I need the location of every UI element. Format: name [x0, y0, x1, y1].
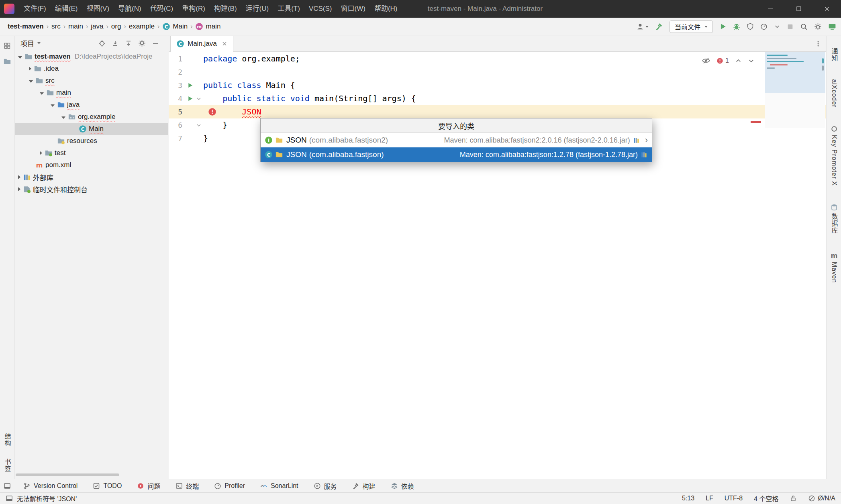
- stripe-right-item-1[interactable]: aiXcoder: [831, 79, 838, 108]
- chevron-down-icon[interactable]: [18, 56, 22, 59]
- toolwindow-button-2[interactable]: 问题: [137, 481, 160, 491]
- chevron-right-icon[interactable]: [18, 175, 20, 179]
- close-icon[interactable]: [222, 41, 227, 47]
- breadcrumb-item-1[interactable]: src: [49, 22, 63, 31]
- toolwindow-button-6[interactable]: 服务: [314, 481, 337, 491]
- window-icon[interactable]: [6, 495, 13, 502]
- minimap[interactable]: [765, 52, 825, 128]
- run-gutter-icon[interactable]: [187, 96, 193, 102]
- stripe-right-item-0[interactable]: 通知: [829, 48, 839, 61]
- menu-item-8[interactable]: 工具(T): [273, 0, 304, 18]
- menu-item-0[interactable]: 文件(F): [19, 0, 51, 18]
- chevron-right-icon[interactable]: [40, 151, 42, 155]
- stripe-left-item-1[interactable]: 书签: [2, 459, 12, 472]
- settings-button[interactable]: [814, 23, 822, 31]
- project-view-selector[interactable]: 项目: [20, 38, 41, 48]
- debug-button[interactable]: [733, 23, 740, 30]
- code-line-5[interactable]: 5 JSON: [169, 105, 826, 118]
- tree-item-6[interactable]: CMain: [15, 123, 168, 135]
- build-button[interactable]: [655, 22, 663, 31]
- expand-all-button[interactable]: [125, 40, 132, 47]
- code-line-2[interactable]: 2: [169, 65, 826, 79]
- chevron-down-icon[interactable]: [51, 104, 55, 107]
- run-config-combo[interactable]: 当前文件: [670, 20, 713, 33]
- screen-share-button[interactable]: [828, 22, 836, 31]
- minimize-button[interactable]: [757, 0, 785, 18]
- close-button[interactable]: [813, 0, 841, 18]
- stripe-left-item-0[interactable]: 结构: [2, 433, 12, 447]
- stripe-right-item-3[interactable]: 数据库: [829, 204, 839, 234]
- project-files-icon[interactable]: [3, 57, 11, 65]
- fold-icon[interactable]: [196, 123, 201, 128]
- breadcrumb-item-4[interactable]: org: [109, 22, 123, 31]
- toolwindow-button-8[interactable]: 依赖: [391, 481, 414, 491]
- error-bulb-icon[interactable]: [208, 108, 216, 116]
- tree-item-0[interactable]: test-mavenD:\IdeaProjects\IdeaProje: [15, 51, 168, 63]
- tree-item-8[interactable]: test: [15, 147, 168, 159]
- prev-error-icon[interactable]: [735, 57, 742, 64]
- tree-item-7[interactable]: resources: [15, 135, 168, 147]
- tree-item-10[interactable]: 外部库: [15, 171, 168, 183]
- tree-item-5[interactable]: org.example: [15, 111, 168, 123]
- code-line-4[interactable]: 4 public static void main(String[] args)…: [169, 92, 826, 105]
- tree-item-9[interactable]: mpom.xml: [15, 159, 168, 171]
- tree-item-4[interactable]: java: [15, 99, 168, 111]
- settings-button[interactable]: [138, 39, 146, 47]
- menu-item-7[interactable]: 运行(U): [241, 0, 274, 18]
- line-separator[interactable]: LF: [706, 495, 713, 502]
- menu-item-4[interactable]: 代码(C): [146, 0, 178, 18]
- user-menu-button[interactable]: [636, 22, 649, 31]
- breadcrumb-item-7[interactable]: mmain: [193, 22, 222, 31]
- breadcrumb-item-5[interactable]: example: [127, 22, 157, 31]
- chevron-down-icon[interactable]: [29, 80, 33, 83]
- import-option-0[interactable]: IJSON (com.alibaba.fastjson2)Maven: com.…: [261, 133, 652, 147]
- toolwindow-button-3[interactable]: 终端: [176, 481, 199, 491]
- code-line-3[interactable]: 3public class Main {: [169, 79, 826, 92]
- file-encoding[interactable]: UTF-8: [725, 495, 743, 502]
- run-button[interactable]: [719, 23, 727, 30]
- maximize-button[interactable]: [785, 0, 813, 18]
- tree-item-11[interactable]: 临时文件和控制台: [15, 183, 168, 195]
- menu-item-11[interactable]: 帮助(H): [370, 0, 402, 18]
- coverage-button[interactable]: [747, 23, 754, 30]
- stripe-right-item-4[interactable]: mMaven: [830, 251, 838, 283]
- collapse-all-button[interactable]: [112, 40, 119, 47]
- kebab-menu-icon[interactable]: [815, 36, 821, 52]
- import-option-1[interactable]: CJSON (com.alibaba.fastjson)Maven: com.a…: [261, 147, 652, 162]
- chevron-down-icon[interactable]: [40, 92, 44, 95]
- search-everywhere-button[interactable]: [800, 23, 808, 31]
- caret-position[interactable]: 5:13: [682, 495, 694, 502]
- inspection-widget[interactable]: 1: [702, 56, 755, 65]
- tree-item-1[interactable]: .idea: [15, 63, 168, 75]
- menu-item-3[interactable]: 导航(N): [114, 0, 146, 18]
- breadcrumb-item-0[interactable]: test-maven: [6, 22, 46, 31]
- next-error-icon[interactable]: [748, 57, 755, 64]
- run-gutter-icon[interactable]: [187, 82, 193, 88]
- error-stripe-mark[interactable]: [751, 121, 761, 123]
- toolwindow-button-5[interactable]: SonarLint: [260, 482, 298, 490]
- stop-button[interactable]: [787, 23, 794, 30]
- toolwindow-button-1[interactable]: TODO: [93, 482, 122, 490]
- tree-item-3[interactable]: main: [15, 87, 168, 99]
- horizontal-scrollbar[interactable]: [16, 473, 119, 476]
- tool-window-grid-icon[interactable]: [4, 42, 11, 49]
- profiler-button[interactable]: [760, 23, 768, 30]
- menu-item-10[interactable]: 窗口(W): [337, 0, 370, 18]
- toolwindow-button-0[interactable]: Version Control: [23, 482, 78, 490]
- breadcrumb-item-3[interactable]: java: [89, 22, 105, 31]
- tab-main-java[interactable]: C Main.java: [170, 36, 233, 52]
- breadcrumb-item-2[interactable]: main: [66, 22, 85, 31]
- toolwindow-button-4[interactable]: Profiler: [214, 482, 245, 490]
- menu-item-2[interactable]: 视图(V): [82, 0, 114, 18]
- code-analysis-widget[interactable]: Ø/N/A: [808, 495, 835, 502]
- tree-item-2[interactable]: src: [15, 75, 168, 87]
- status-message[interactable]: 无法解析符号 'JSON': [17, 494, 77, 503]
- indent-setting[interactable]: 4 个空格: [754, 494, 778, 503]
- menu-item-5[interactable]: 重构(R): [178, 0, 210, 18]
- stripe-right-item-2[interactable]: Key Promoter X: [831, 125, 838, 186]
- error-count-badge[interactable]: 1: [716, 57, 729, 64]
- chevron-right-icon[interactable]: [18, 187, 20, 191]
- more-run-options-button[interactable]: [774, 23, 780, 30]
- fold-icon[interactable]: [196, 96, 201, 101]
- chevron-down-icon[interactable]: [61, 116, 65, 119]
